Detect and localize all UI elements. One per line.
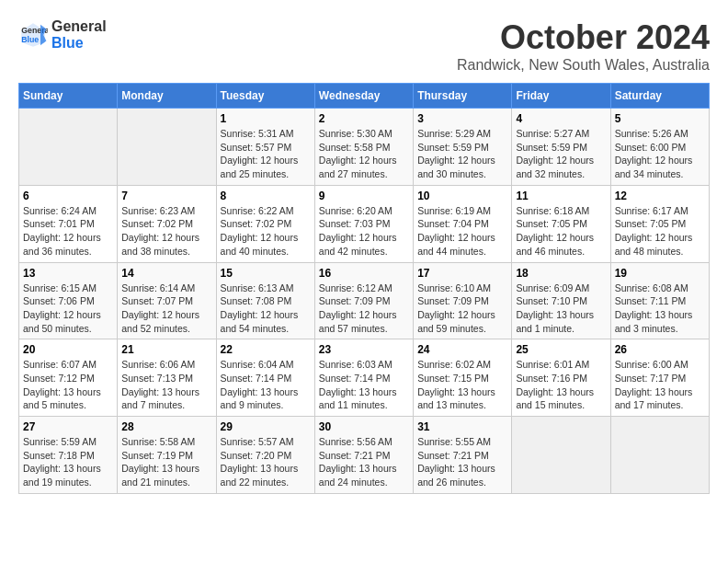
day-info: Sunrise: 5:58 AM Sunset: 7:19 PM Dayligh… [121, 435, 211, 489]
calendar-cell: 12Sunrise: 6:17 AM Sunset: 7:05 PM Dayli… [610, 185, 709, 262]
calendar-week-5: 27Sunrise: 5:59 AM Sunset: 7:18 PM Dayli… [19, 417, 710, 494]
calendar-cell [118, 109, 216, 186]
day-info: Sunrise: 5:30 AM Sunset: 5:58 PM Dayligh… [319, 127, 409, 181]
calendar-week-2: 6Sunrise: 6:24 AM Sunset: 7:01 PM Daylig… [19, 185, 710, 262]
logo-icon: General Blue [18, 20, 48, 50]
calendar-cell [512, 417, 610, 494]
day-number: 6 [23, 190, 113, 202]
day-info: Sunrise: 6:20 AM Sunset: 7:03 PM Dayligh… [319, 204, 409, 259]
calendar-cell: 25Sunrise: 6:01 AM Sunset: 7:16 PM Dayli… [512, 339, 610, 417]
day-number: 7 [121, 190, 211, 202]
weekday-header-thursday: Thursday [414, 84, 512, 109]
day-number: 21 [121, 343, 211, 356]
calendar-cell: 14Sunrise: 6:14 AM Sunset: 7:07 PM Dayli… [118, 262, 216, 339]
calendar-cell: 7Sunrise: 6:23 AM Sunset: 7:02 PM Daylig… [118, 185, 216, 262]
day-info: Sunrise: 6:04 AM Sunset: 7:14 PM Dayligh… [221, 358, 311, 412]
day-number: 27 [23, 420, 113, 433]
calendar-cell: 20Sunrise: 6:07 AM Sunset: 7:12 PM Dayli… [19, 339, 118, 417]
day-number: 15 [221, 267, 311, 280]
day-info: Sunrise: 5:59 AM Sunset: 7:18 PM Dayligh… [23, 435, 113, 489]
day-number: 5 [615, 112, 705, 125]
calendar-header: SundayMondayTuesdayWednesdayThursdayFrid… [19, 84, 710, 109]
day-info: Sunrise: 6:06 AM Sunset: 7:13 PM Dayligh… [121, 358, 211, 412]
month-title: October 2024 [457, 18, 710, 57]
day-number: 29 [221, 420, 311, 433]
day-info: Sunrise: 6:24 AM Sunset: 7:01 PM Dayligh… [23, 204, 113, 259]
day-number: 8 [221, 190, 311, 202]
calendar-cell: 23Sunrise: 6:03 AM Sunset: 7:14 PM Dayli… [314, 339, 413, 417]
day-number: 17 [417, 267, 507, 280]
day-number: 24 [417, 343, 507, 356]
weekday-header-monday: Monday [118, 84, 216, 109]
calendar-cell: 28Sunrise: 5:58 AM Sunset: 7:19 PM Dayli… [118, 417, 216, 494]
day-info: Sunrise: 6:09 AM Sunset: 7:10 PM Dayligh… [516, 282, 606, 336]
logo: General Blue General Blue [18, 18, 107, 51]
day-info: Sunrise: 6:02 AM Sunset: 7:15 PM Dayligh… [417, 358, 507, 412]
day-number: 30 [319, 420, 409, 433]
calendar-cell: 1Sunrise: 5:31 AM Sunset: 5:57 PM Daylig… [216, 109, 314, 186]
day-number: 12 [615, 190, 705, 202]
day-info: Sunrise: 6:15 AM Sunset: 7:06 PM Dayligh… [23, 282, 113, 336]
day-info: Sunrise: 6:07 AM Sunset: 7:12 PM Dayligh… [23, 358, 113, 412]
day-info: Sunrise: 6:01 AM Sunset: 7:16 PM Dayligh… [516, 358, 606, 412]
day-number: 14 [121, 267, 211, 280]
calendar-cell: 10Sunrise: 6:19 AM Sunset: 7:04 PM Dayli… [414, 185, 512, 262]
title-area: October 2024 Randwick, New South Wales, … [457, 18, 710, 74]
calendar-cell: 19Sunrise: 6:08 AM Sunset: 7:11 PM Dayli… [610, 262, 709, 339]
day-number: 20 [23, 343, 113, 356]
calendar-cell: 30Sunrise: 5:56 AM Sunset: 7:21 PM Dayli… [314, 417, 413, 494]
day-info: Sunrise: 5:57 AM Sunset: 7:20 PM Dayligh… [221, 435, 311, 489]
weekday-header-friday: Friday [512, 84, 610, 109]
weekday-header-wednesday: Wednesday [314, 84, 413, 109]
day-info: Sunrise: 5:56 AM Sunset: 7:21 PM Dayligh… [319, 435, 409, 489]
calendar-week-4: 20Sunrise: 6:07 AM Sunset: 7:12 PM Dayli… [19, 339, 710, 417]
calendar-cell [19, 109, 118, 186]
day-number: 16 [319, 267, 409, 280]
day-number: 10 [417, 190, 507, 202]
day-info: Sunrise: 6:03 AM Sunset: 7:14 PM Dayligh… [319, 358, 409, 412]
day-info: Sunrise: 5:29 AM Sunset: 5:59 PM Dayligh… [417, 127, 507, 181]
day-number: 23 [319, 343, 409, 356]
calendar-cell: 9Sunrise: 6:20 AM Sunset: 7:03 PM Daylig… [314, 185, 413, 262]
day-number: 26 [615, 343, 705, 356]
day-number: 3 [417, 112, 507, 125]
calendar-week-1: 1Sunrise: 5:31 AM Sunset: 5:57 PM Daylig… [19, 109, 710, 186]
day-info: Sunrise: 6:13 AM Sunset: 7:08 PM Dayligh… [221, 282, 311, 336]
day-info: Sunrise: 6:18 AM Sunset: 7:05 PM Dayligh… [516, 204, 606, 259]
calendar-cell: 17Sunrise: 6:10 AM Sunset: 7:09 PM Dayli… [414, 262, 512, 339]
weekday-header-saturday: Saturday [610, 84, 709, 109]
weekday-header-sunday: Sunday [19, 84, 118, 109]
calendar-cell: 15Sunrise: 6:13 AM Sunset: 7:08 PM Dayli… [216, 262, 314, 339]
calendar-cell: 29Sunrise: 5:57 AM Sunset: 7:20 PM Dayli… [216, 417, 314, 494]
calendar-cell: 11Sunrise: 6:18 AM Sunset: 7:05 PM Dayli… [512, 185, 610, 262]
day-info: Sunrise: 5:26 AM Sunset: 6:00 PM Dayligh… [615, 127, 705, 181]
day-info: Sunrise: 6:19 AM Sunset: 7:04 PM Dayligh… [417, 204, 507, 259]
calendar-cell: 3Sunrise: 5:29 AM Sunset: 5:59 PM Daylig… [414, 109, 512, 186]
day-info: Sunrise: 6:23 AM Sunset: 7:02 PM Dayligh… [121, 204, 211, 259]
day-number: 4 [516, 112, 606, 125]
calendar-cell: 13Sunrise: 6:15 AM Sunset: 7:06 PM Dayli… [19, 262, 118, 339]
day-info: Sunrise: 5:55 AM Sunset: 7:21 PM Dayligh… [417, 435, 507, 489]
day-number: 1 [221, 112, 311, 125]
day-number: 28 [121, 420, 211, 433]
calendar-cell: 2Sunrise: 5:30 AM Sunset: 5:58 PM Daylig… [314, 109, 413, 186]
page-header: General Blue General Blue October 2024 R… [18, 18, 710, 74]
day-number: 25 [516, 343, 606, 356]
calendar-cell: 22Sunrise: 6:04 AM Sunset: 7:14 PM Dayli… [216, 339, 314, 417]
day-info: Sunrise: 5:27 AM Sunset: 5:59 PM Dayligh… [516, 127, 606, 181]
day-info: Sunrise: 6:00 AM Sunset: 7:17 PM Dayligh… [615, 358, 705, 412]
day-info: Sunrise: 6:08 AM Sunset: 7:11 PM Dayligh… [615, 282, 705, 336]
calendar-cell: 5Sunrise: 5:26 AM Sunset: 6:00 PM Daylig… [610, 109, 709, 186]
calendar-cell: 18Sunrise: 6:09 AM Sunset: 7:10 PM Dayli… [512, 262, 610, 339]
day-number: 22 [221, 343, 311, 356]
day-number: 11 [516, 190, 606, 202]
calendar-cell: 31Sunrise: 5:55 AM Sunset: 7:21 PM Dayli… [414, 417, 512, 494]
location-title: Randwick, New South Wales, Australia [457, 57, 710, 74]
calendar-cell: 8Sunrise: 6:22 AM Sunset: 7:02 PM Daylig… [216, 185, 314, 262]
calendar-cell: 27Sunrise: 5:59 AM Sunset: 7:18 PM Dayli… [19, 417, 118, 494]
calendar-cell [610, 417, 709, 494]
calendar-week-3: 13Sunrise: 6:15 AM Sunset: 7:06 PM Dayli… [19, 262, 710, 339]
svg-text:Blue: Blue [21, 35, 39, 44]
day-number: 31 [417, 420, 507, 433]
day-info: Sunrise: 6:22 AM Sunset: 7:02 PM Dayligh… [221, 204, 311, 259]
